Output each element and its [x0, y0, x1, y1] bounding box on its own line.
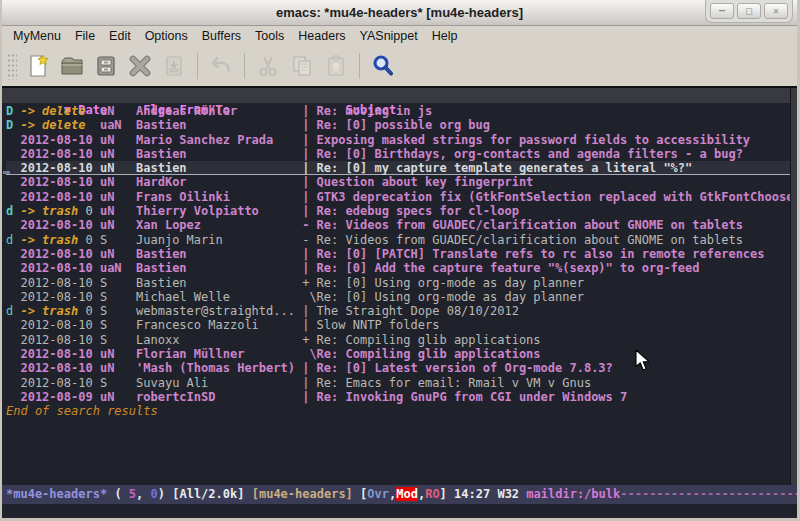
menu-item-file[interactable]: File	[68, 27, 102, 45]
clipboard-icon	[323, 53, 349, 79]
flags: S	[100, 276, 136, 290]
flags: uaN	[100, 261, 136, 275]
message-row[interactable]: 2012-08-10uNFrans Oilinki|GTK3 deprecati…	[6, 190, 792, 204]
mu4e-headers-buffer: ▼ DateFlgsFrom/ToSubject D-> deleteuNAnd…	[2, 86, 797, 518]
date-or-action: 2012-08-10	[20, 333, 99, 347]
subject: Re: moving in js	[317, 104, 433, 118]
open-file-button[interactable]	[55, 50, 89, 82]
message-row[interactable]: 2012-08-10uNMario Sanchez Prada|Exposing…	[6, 133, 792, 147]
date-or-action: -> delete	[20, 118, 99, 132]
search-button[interactable]	[366, 50, 400, 82]
thread-prefix: |	[302, 190, 316, 204]
date-or-action: -> delete	[20, 104, 99, 118]
subject: Re: Emacs for email: Rmail v VM v Gnus	[317, 376, 592, 390]
menu-item-headers[interactable]: Headers	[291, 27, 352, 45]
modeline-num-magenta: 5	[129, 487, 136, 501]
thread-prefix: |	[302, 376, 316, 390]
save-button[interactable]	[89, 50, 123, 82]
toolbar-separator	[244, 53, 245, 79]
undo-button[interactable]	[204, 50, 238, 82]
thread-prefix: \	[302, 347, 316, 361]
flags: S	[100, 304, 136, 318]
subject: Re: Invoking GnuPG from CGI under Window…	[317, 390, 628, 404]
undo-arrow-icon	[208, 53, 234, 79]
copy-button[interactable]	[285, 50, 319, 82]
message-row[interactable]: 2012-08-10uNFlorian Müllner \Re: Compili…	[6, 347, 792, 361]
menu-item-help[interactable]: Help	[425, 27, 465, 45]
menu-item-options[interactable]: Options	[138, 27, 195, 45]
message-row[interactable]: D-> deleteuaNBastien|Re: [0] possible or…	[6, 118, 792, 132]
save-as-button[interactable]	[157, 50, 191, 82]
message-row[interactable]: 2012-08-10SLanoxx+Re: Compiling glib app…	[6, 333, 792, 347]
flags: S	[100, 318, 136, 332]
modeline-plain: [All/2.0k]	[172, 487, 251, 501]
message-row[interactable]: d-> trash 0Swebmaster@straightd...|The S…	[6, 304, 792, 318]
minimize-button[interactable]: –	[710, 3, 734, 19]
date-or-action: 2012-08-10	[20, 247, 99, 261]
subject: Re: Compiling glib applications	[317, 333, 541, 347]
date-or-action: 2012-08-10	[20, 276, 99, 290]
echo-area[interactable]	[2, 504, 797, 518]
flags: S	[100, 233, 136, 247]
message-row[interactable]: 2012-08-10uNBastien|Re: [0] [PATCH] Tran…	[6, 247, 792, 261]
subject: Re: [0] Birthdays, org-contacts and agen…	[317, 147, 743, 161]
mark-char: d	[6, 233, 20, 247]
message-row[interactable]: 2012-08-10uNBastien|Re: [0] Birthdays, o…	[6, 147, 792, 161]
flags: uN	[100, 204, 136, 218]
date-or-action: 2012-08-10	[20, 318, 99, 332]
paste-button[interactable]	[319, 50, 353, 82]
message-row[interactable]: 2012-08-10SFrancesco Mazzoli|Slow NNTP f…	[6, 318, 792, 332]
date-or-action: -> trash 0	[20, 204, 99, 218]
modeline-plain: )	[158, 487, 172, 501]
flags: uN	[100, 133, 136, 147]
tool-bar	[2, 45, 797, 86]
message-row[interactable]: 2012-08-10SSuvayu Ali|Re: Emacs for emai…	[6, 376, 792, 390]
menu-item-tools[interactable]: Tools	[248, 27, 291, 45]
cut-button[interactable]	[251, 50, 285, 82]
message-row[interactable]: 2012-08-10uNHardKor|Question about key f…	[6, 175, 792, 189]
message-row[interactable]: 2012-08-09uNrobertcInSD|Re: Invoking Gnu…	[6, 390, 792, 404]
message-row[interactable]: 2012-08-10uaNBastien|Re: [0] Add the cap…	[6, 261, 792, 275]
modeline-plain: (	[107, 487, 129, 501]
menu-item-mymenu[interactable]: MyMenu	[6, 27, 68, 45]
from: Juanjo Marin	[136, 233, 302, 247]
close-button[interactable]: ✕	[764, 3, 788, 19]
date-or-action: 2012-08-10	[20, 190, 99, 204]
message-row[interactable]: 2012-08-10SBastien+Re: [0] Using org-mod…	[6, 276, 792, 290]
maximize-button[interactable]: □	[737, 3, 761, 19]
title-bar[interactable]: emacs: *mu4e-headers* [mu4e-headers] – □…	[2, 0, 797, 26]
message-row[interactable]: d-> trash 0SJuanjo Marin-Re: Videos from…	[6, 233, 792, 247]
toolbar-grip-handle[interactable]	[6, 52, 17, 80]
menu-item-buffers[interactable]: Buffers	[195, 27, 248, 45]
subject: Question about key fingerprint	[317, 175, 534, 189]
date-or-action: 2012-08-10	[20, 361, 99, 375]
date-or-action: -> trash 0	[20, 304, 99, 318]
modeline-plain: ]	[440, 487, 454, 501]
from: 'Mash (Thomas Herbert)	[136, 361, 302, 375]
subject: Re: Videos from GUADEC/clarification abo…	[317, 218, 743, 232]
message-row[interactable]: D-> deleteuNAndreas Röhler|Re: moving in…	[6, 104, 792, 118]
subject: Slow NNTP folders	[317, 318, 440, 332]
flags: uN	[100, 147, 136, 161]
thread-prefix: +	[302, 276, 316, 290]
delete-button[interactable]	[123, 50, 157, 82]
menu-item-edit[interactable]: Edit	[102, 27, 138, 45]
date-or-action: -> trash 0	[20, 233, 99, 247]
message-row[interactable]: 2012-08-10uNBastien|Re: [0] my capture t…	[6, 161, 792, 175]
thread-prefix: |	[302, 175, 316, 189]
new-file-button[interactable]	[21, 50, 55, 82]
message-row[interactable]: 2012-08-10uNXan Lopez-Re: Videos from GU…	[6, 218, 792, 232]
from: Mario Sanchez Prada	[136, 133, 302, 147]
flags: uaN	[100, 118, 136, 132]
flags: S	[100, 290, 136, 304]
message-row[interactable]: 2012-08-10SMichael Welle \Re: [0] Using …	[6, 290, 792, 304]
date-or-action: 2012-08-10	[20, 290, 99, 304]
vertical-scrollbar[interactable]	[790, 88, 797, 485]
date-or-action: 2012-08-10	[20, 133, 99, 147]
mark-char: d	[6, 204, 20, 218]
menu-item-yasnippet[interactable]: YASnippet	[353, 27, 425, 45]
message-row[interactable]: d-> trash 0uNThierry Volpiatto|Re: edebu…	[6, 204, 792, 218]
subject: Re: [0] Add the capture feature "%(sexp)…	[317, 261, 700, 275]
message-row[interactable]: 2012-08-10uN'Mash (Thomas Herbert)|Re: […	[6, 361, 792, 375]
save-icon	[93, 53, 119, 79]
